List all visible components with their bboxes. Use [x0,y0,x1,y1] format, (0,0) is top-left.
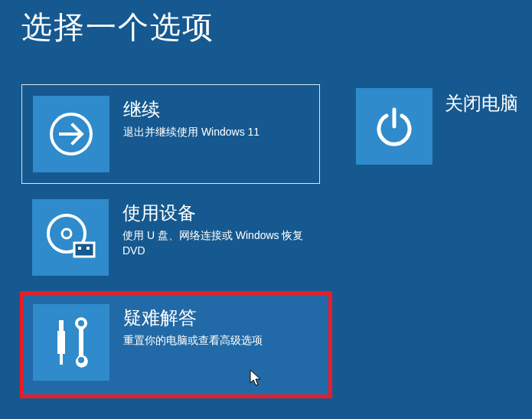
svg-point-10 [78,320,84,326]
continue-tile[interactable]: 继续 退出并继续使用 Windows 11 [21,84,320,184]
tools-icon [33,304,109,381]
power-icon [356,88,432,165]
troubleshoot-tile[interactable]: 疑难解答 重置你的电脑或查看高级选项 [20,291,332,398]
poweroff-title: 关闭电脑 [445,91,518,116]
use-device-desc: 使用 U 盘、网络连接或 Windows 恢复 DVD [122,228,321,258]
page-title: 选择一个选项 [21,6,214,48]
svg-point-3 [62,229,71,238]
troubleshoot-title: 疑难解答 [123,306,263,330]
arrow-right-icon [33,96,109,172]
poweroff-tile[interactable]: 关闭电脑 [356,88,518,165]
continue-title: 继续 [123,97,259,122]
continue-desc: 退出并继续使用 Windows 11 [123,125,259,140]
use-device-title: 使用设备 [122,201,321,225]
svg-rect-9 [60,354,63,365]
use-device-tile[interactable]: 使用设备 使用 U 盘、网络连接或 Windows 恢复 DVD [32,199,321,276]
svg-rect-5 [78,247,81,250]
troubleshoot-desc: 重置你的电脑或查看高级选项 [123,333,263,349]
svg-rect-6 [86,247,90,250]
svg-rect-7 [59,320,64,331]
disc-usb-icon [32,199,109,276]
svg-rect-8 [57,331,65,354]
svg-point-11 [78,357,84,363]
svg-rect-4 [74,243,94,257]
